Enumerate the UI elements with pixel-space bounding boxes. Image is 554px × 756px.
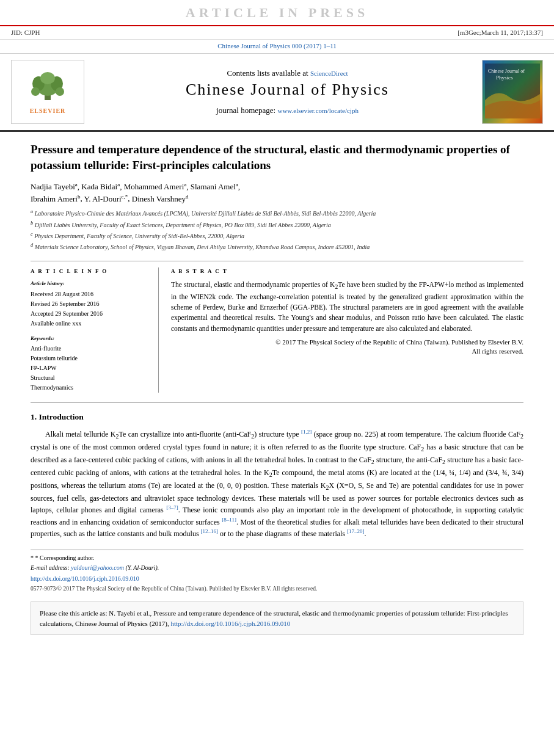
author-1: Nadjia Tayebia [31, 182, 78, 191]
banner-text: ARTICLE IN PRESS [186, 5, 368, 20]
author-2: Kada Bidaia [81, 182, 120, 191]
ref-8-11: [8–11] [222, 517, 236, 523]
svg-point-6 [56, 87, 64, 96]
author-7-sup: d [186, 193, 189, 199]
author-5-sup: b [78, 193, 81, 199]
date-meta: [m3Gec;March 11, 2017;13:37] [457, 28, 543, 37]
top-meta: JID: CJPH [m3Gec;March 11, 2017;13:37] [0, 26, 554, 40]
citation-box: Please cite this article as: N. Tayebi e… [31, 602, 523, 635]
author-6: Y. Al-Douric,* [84, 194, 128, 203]
sciencedirect-link[interactable]: ScienceDirect [310, 70, 348, 77]
ref-12-16: [12–16] [201, 528, 219, 534]
abstract-text: The structural, elastic and thermodynami… [171, 280, 523, 334]
aff-d-text: Materials Science Laboratory, School of … [35, 244, 370, 251]
affiliations: a Laboratoire Physico-Chimie des Matéria… [31, 208, 523, 252]
elsevier-name: ELSEVIER [26, 107, 69, 115]
author-2-sup: a [117, 181, 120, 187]
elsevier-logo: ELSEVIER [26, 68, 69, 115]
journal-header: ELSEVIER Contents lists available at Sci… [0, 54, 554, 133]
corresponding-author-text: * Corresponding author. [35, 554, 95, 561]
revised-date: Revised 26 September 2016 [31, 299, 150, 309]
article-title: Pressure and temperature dependence of t… [31, 142, 523, 173]
keyword-5: Thermodynamics [31, 383, 150, 393]
author-4-sup: a [236, 181, 238, 187]
contents-line: Contents lists available at ScienceDirec… [93, 68, 482, 79]
affiliation-b: b Djillali Liabès University, Faculty of… [31, 220, 523, 230]
svg-text:Chinese Journal of: Chinese Journal of [488, 68, 525, 74]
aff-c-sup: c [31, 231, 33, 237]
elsevier-tree-icon [26, 68, 69, 102]
journal-ref-text: Chinese Journal of Physics 000 (2017) 1–… [217, 42, 337, 49]
main-content: Pressure and temperature dependence of t… [0, 132, 554, 641]
corresponding-author-note: * * Corresponding author. [31, 554, 523, 562]
abstract-copyright: © 2017 The Physical Society of the Repub… [171, 338, 523, 357]
elsevier-logo-box: ELSEVIER [11, 60, 84, 125]
homepage-prefix: journal homepage: [216, 106, 275, 115]
abstract-col: A B S T R A C T The structural, elastic … [171, 267, 523, 393]
author-1-sup: a [75, 181, 78, 187]
svg-point-4 [40, 72, 55, 84]
jid-label: JID: CJPH [11, 28, 40, 37]
star-symbol: * [31, 554, 34, 561]
doi-link[interactable]: http://dx.doi.org/10.1016/j.cjph.2016.09… [31, 575, 139, 582]
author-3: Mohammed Ameria [124, 182, 187, 191]
journal-cover-image: Chinese Journal of Physics [482, 60, 543, 125]
authors-line: Nadjia Tayebia, Kada Bidaia, Mohammed Am… [31, 181, 523, 205]
journal-homepage-link[interactable]: www.elsevier.com/locate/cjph [277, 107, 358, 114]
doi-line: http://dx.doi.org/10.1016/j.cjph.2016.09… [31, 575, 523, 583]
aff-b-sup: b [31, 220, 33, 226]
keywords-list: Anti-fluorite Potassium telluride FP-LAP… [31, 344, 150, 393]
keyword-1: Anti-fluorite [31, 344, 150, 354]
journal-cover-graphic: Chinese Journal of Physics [485, 64, 540, 118]
aff-a-text: Laboratoire Physico-Chimie des Matériaux… [35, 211, 376, 217]
ref-17-20: [17–20] [347, 528, 365, 534]
journal-title-main: Chinese Journal of Physics [93, 79, 482, 101]
affiliation-c: c Physics Department, Faculty of Science… [31, 231, 523, 241]
keywords-title: Keywords: [31, 335, 150, 343]
email-note: E-mail address: yaldouri@yahoo.com (Y. A… [31, 564, 523, 572]
svg-text:Physics: Physics [496, 75, 513, 81]
info-abstract-row: A R T I C L E I N F O Article history: R… [31, 261, 523, 393]
copyright-footer: 0577-9073/© 2017 The Physical Society of… [31, 585, 523, 593]
ref-3-7: [3–7] [166, 504, 178, 511]
author-4: Slamani Amela [191, 182, 238, 191]
contents-text: Contents lists available at [227, 68, 308, 78]
available-date: Available online xxx [31, 319, 150, 329]
ref-1-2: [1,2] [301, 429, 312, 435]
article-dates: Received 28 August 2016 Revised 26 Septe… [31, 289, 150, 329]
email-link[interactable]: yaldouri@yahoo.com [71, 564, 124, 571]
footnote-area: * * Corresponding author. E-mail address… [31, 550, 523, 593]
received-date: Received 28 August 2016 [31, 289, 150, 299]
author-3-sup: a [184, 181, 186, 187]
article-info-col: A R T I C L E I N F O Article history: R… [31, 267, 159, 393]
keyword-4: Structural [31, 373, 150, 383]
email-label: E-mail address: [31, 564, 70, 571]
author-5: Ibrahim Amerib [31, 194, 80, 203]
abstract-title: A B S T R A C T [171, 267, 523, 275]
email-name: (Y. Al-Douri). [125, 564, 159, 571]
author-7: Dinesh Varshneyd [132, 194, 189, 203]
affiliation-a: a Laboratoire Physico-Chimie des Matéria… [31, 208, 523, 218]
journal-header-center: Contents lists available at ScienceDirec… [93, 60, 482, 125]
aff-b-text: Djillali Liabès University, Faculty of E… [35, 222, 331, 228]
keyword-2: Potassium telluride [31, 354, 150, 363]
aff-d-sup: d [31, 242, 33, 248]
affiliation-d: d Materials Science Laboratory, School o… [31, 242, 523, 252]
section-1-number: 1. Introduction [31, 412, 84, 421]
section-1-heading: 1. Introduction [31, 412, 523, 423]
aff-c-text: Physics Department, Faculty of Science, … [34, 233, 244, 239]
section-divider [31, 402, 523, 403]
intro-paragraph: Alkali metal telluride K2Te can crystall… [31, 428, 523, 540]
keyword-3: FP-LAPW [31, 363, 150, 373]
article-in-press-banner: ARTICLE IN PRESS [0, 0, 554, 26]
article-info-title: A R T I C L E I N F O [31, 267, 150, 275]
homepage-line: journal homepage: www.elsevier.com/locat… [93, 105, 482, 116]
author-6-sup: c,* [122, 193, 128, 199]
accepted-date: Accepted 29 September 2016 [31, 309, 150, 319]
history-title: Article history: [31, 280, 150, 288]
journal-ref-line: Chinese Journal of Physics 000 (2017) 1–… [0, 40, 554, 53]
aff-a-sup: a [31, 209, 33, 214]
svg-point-5 [31, 87, 40, 96]
journal-cover-text: Chinese Journal of Physics [482, 60, 543, 124]
citation-doi-link[interactable]: http://dx.doi.org/10.1016/j.cjph.2016.09… [170, 620, 290, 627]
